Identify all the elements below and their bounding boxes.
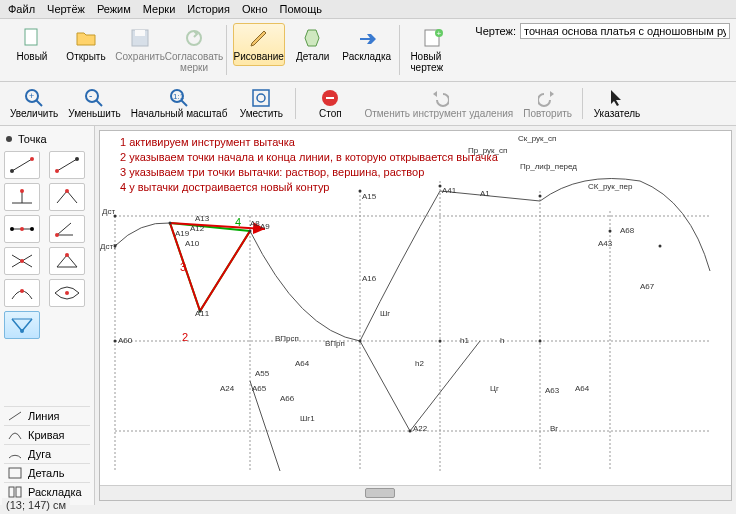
detail-section-icon xyxy=(8,467,22,479)
svg-point-26 xyxy=(75,157,79,161)
svg-point-40 xyxy=(20,289,24,293)
dot-icon xyxy=(6,136,12,142)
svg-line-44 xyxy=(9,412,21,420)
svg-line-24 xyxy=(57,159,77,171)
svg-text:Вг: Вг xyxy=(550,424,558,433)
svg-point-43 xyxy=(20,329,24,333)
redo-button[interactable]: Повторить xyxy=(519,86,576,121)
tool-dart[interactable] xyxy=(4,311,40,339)
svg-line-12 xyxy=(96,100,102,106)
svg-point-33 xyxy=(20,227,24,231)
new-button[interactable]: Новый xyxy=(6,23,58,66)
svg-text:А66: А66 xyxy=(280,394,295,403)
pointer-button[interactable]: Указатель xyxy=(589,86,645,121)
zoom-default-button[interactable]: 1:1Начальный масштаб xyxy=(127,86,232,121)
svg-rect-20 xyxy=(326,97,334,99)
svg-point-72 xyxy=(609,230,612,233)
svg-point-35 xyxy=(55,233,59,237)
document-icon xyxy=(21,27,43,49)
svg-text:А19: А19 xyxy=(175,229,190,238)
draw-mode-button[interactable]: Рисование xyxy=(233,23,285,66)
cursor-icon xyxy=(607,88,627,108)
tool-bisector[interactable] xyxy=(49,183,85,211)
zoom-in-icon: + xyxy=(24,88,44,108)
undo-icon xyxy=(429,88,449,108)
scrollbar-thumb[interactable] xyxy=(365,488,395,498)
tool-triangle[interactable] xyxy=(49,247,85,275)
open-button[interactable]: Открыть xyxy=(60,23,112,66)
svg-point-39 xyxy=(65,253,69,257)
tool-intersect[interactable] xyxy=(4,247,40,275)
tool-segment[interactable] xyxy=(4,151,40,179)
tool-arc-intersect[interactable] xyxy=(49,279,85,307)
svg-text:А64: А64 xyxy=(295,359,310,368)
drawing-name-input[interactable] xyxy=(520,23,730,39)
horizontal-scrollbar[interactable] xyxy=(100,485,731,500)
svg-text:А15: А15 xyxy=(362,192,377,201)
layout-button[interactable]: Раскладка xyxy=(341,23,393,66)
new-drawing-icon: + xyxy=(422,27,444,49)
pencil-icon xyxy=(248,27,270,49)
svg-point-67 xyxy=(539,195,542,198)
zoom-out-button[interactable]: -Уменьшить xyxy=(64,86,124,121)
svg-point-68 xyxy=(359,340,362,343)
section-curve[interactable]: Кривая xyxy=(4,425,90,444)
svg-text:Шг: Шг xyxy=(380,309,390,318)
tool-section-point[interactable]: Точка xyxy=(4,130,90,151)
svg-point-41 xyxy=(65,291,69,295)
menu-measures[interactable]: Мерки xyxy=(143,3,175,15)
details-button[interactable]: →Детали xyxy=(287,23,339,66)
svg-text:ВПрп: ВПрп xyxy=(325,339,345,348)
menu-history[interactable]: История xyxy=(187,3,230,15)
tool-perpendicular[interactable] xyxy=(4,183,40,211)
section-detail[interactable]: Деталь xyxy=(4,463,90,482)
undo-delete-button[interactable]: Отменить инструмент удаления xyxy=(360,86,517,121)
sync-icon xyxy=(183,27,205,49)
menu-window[interactable]: Окно xyxy=(242,3,268,15)
curve-icon xyxy=(8,429,22,441)
tool-shoulder[interactable] xyxy=(4,215,40,243)
menu-bar: Файл Чертёж Режим Мерки История Окно Пом… xyxy=(0,0,736,19)
svg-line-9 xyxy=(36,100,42,106)
svg-text:Цг: Цг xyxy=(490,384,499,393)
svg-point-38 xyxy=(20,259,24,263)
svg-point-3 xyxy=(187,31,201,45)
main-toolbar: Новый Открыть Сохранить Согласовать мерк… xyxy=(0,19,736,82)
sync-measures-button[interactable]: Согласовать мерки xyxy=(168,23,220,77)
zoom-fit-button[interactable]: Уместить xyxy=(233,86,289,121)
zoom-in-button[interactable]: +Увеличить xyxy=(6,86,62,121)
save-button[interactable]: Сохранить xyxy=(114,23,166,66)
svg-text:А22: А22 xyxy=(413,424,428,433)
new-drawing-button[interactable]: +Новый чертеж xyxy=(405,23,461,77)
svg-text:А8: А8 xyxy=(250,219,260,228)
svg-point-71 xyxy=(409,430,412,433)
svg-point-32 xyxy=(10,227,14,231)
svg-point-34 xyxy=(30,227,34,231)
svg-text:А12: А12 xyxy=(190,224,205,233)
menu-help[interactable]: Помощь xyxy=(280,3,323,15)
svg-rect-2 xyxy=(135,30,145,36)
tool-arc-point[interactable] xyxy=(4,279,40,307)
callout-4: 4 xyxy=(235,216,241,228)
menu-file[interactable]: Файл xyxy=(8,3,35,15)
svg-point-69 xyxy=(439,340,442,343)
stop-icon xyxy=(320,88,340,108)
svg-text:Ск_рук_сп: Ск_рук_сп xyxy=(518,134,556,143)
tool-point-on-line[interactable] xyxy=(49,151,85,179)
svg-text:-: - xyxy=(89,90,92,101)
tool-angle[interactable] xyxy=(49,215,85,243)
stop-button[interactable]: Стоп xyxy=(302,86,358,121)
drawing-canvas[interactable]: 1 активируем инструмент вытачка 2 указыв… xyxy=(99,130,732,501)
section-line[interactable]: Линия xyxy=(4,406,90,425)
svg-text:А13: А13 xyxy=(195,214,210,223)
redo-icon xyxy=(538,88,558,108)
svg-text:h2: h2 xyxy=(415,359,424,368)
svg-rect-0 xyxy=(25,29,37,45)
svg-text:+: + xyxy=(437,29,442,38)
section-arc[interactable]: Дуга xyxy=(4,444,90,463)
save-icon xyxy=(129,27,151,49)
svg-point-61 xyxy=(114,340,117,343)
menu-mode[interactable]: Режим xyxy=(97,3,131,15)
menu-drawing[interactable]: Чертёж xyxy=(47,3,85,15)
svg-text:А63: А63 xyxy=(545,386,560,395)
